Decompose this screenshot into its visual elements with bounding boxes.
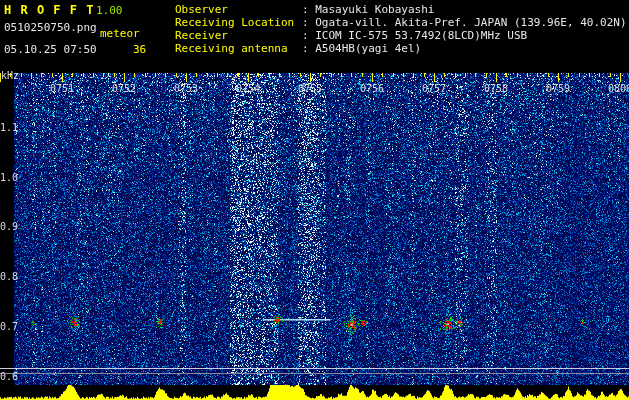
hrofft-window: H R O F F T 1.00 0510250750.png meteor 0… (0, 0, 629, 400)
spectrogram-canvas (0, 0, 629, 400)
